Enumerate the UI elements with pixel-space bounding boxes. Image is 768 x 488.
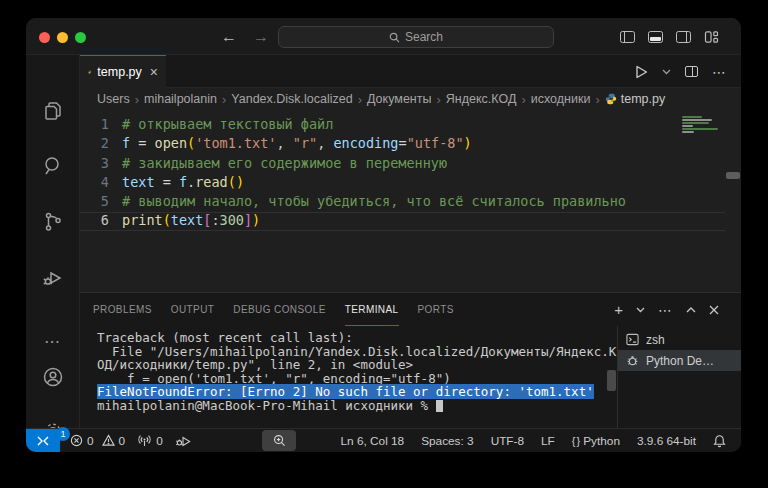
code-token: = [163, 174, 171, 190]
terminal-line[interactable]: f = open('tom1.txt', "r", encoding="utf-… [97, 372, 617, 386]
command-center-search[interactable]: Search [278, 26, 554, 48]
title-bar: ← → Search [26, 18, 741, 55]
minimize-window-button[interactable] [57, 32, 68, 43]
search-sidebar-icon[interactable] [26, 154, 80, 178]
line-number[interactable]: 3 [80, 154, 122, 173]
toggle-secondary-sidebar-icon[interactable] [676, 31, 691, 43]
debug-icon [175, 434, 191, 448]
minimap[interactable] [682, 116, 722, 134]
code-text: # выводим начало, чтобы убедиться, что в… [122, 192, 626, 211]
python-file-icon [605, 93, 617, 105]
code-token: 'tom1.txt' [195, 135, 276, 151]
indentation-indicator[interactable]: Spaces: 3 [421, 434, 473, 448]
tab-close-icon[interactable]: × [150, 64, 158, 80]
panel-tab-ports[interactable]: PORTS [418, 293, 454, 326]
tab-temp-py[interactable]: temp.py × [80, 55, 166, 88]
terminal-output[interactable]: Traceback (most recent call last): File … [80, 326, 617, 428]
toggle-panel-icon[interactable] [648, 31, 663, 43]
source-control-icon[interactable] [26, 210, 80, 234]
breadcrumb-item[interactable]: temp.py [605, 92, 665, 106]
maximize-panel-icon[interactable] [686, 306, 696, 313]
run-debug-icon[interactable] [26, 265, 80, 291]
code-text: f = open('tom1.txt', "r", encoding="utf-… [122, 134, 472, 153]
ports-count: 0 [156, 434, 163, 448]
eol-indicator[interactable]: LF [541, 434, 555, 448]
panel-more-actions-icon[interactable]: ⋯ [658, 302, 673, 318]
code-line[interactable]: 1# открываем текстовый файл [80, 115, 741, 134]
explorer-icon[interactable] [26, 99, 80, 123]
breadcrumb-item[interactable]: Яндекс.КОД [446, 92, 517, 106]
language-indicator[interactable]: { } Python [572, 434, 620, 448]
panel-tab-problems[interactable]: PROBLEMS [93, 293, 152, 326]
code-token: # закидываем его содержимое в переменную [122, 155, 447, 171]
breadcrumb-item[interactable]: Yandex.Disk.localized [231, 92, 352, 106]
account-icon[interactable] [26, 365, 80, 389]
code-line[interactable]: 5# выводим начало, чтобы убедиться, что … [80, 192, 741, 211]
bell-icon[interactable] [713, 434, 726, 448]
customize-layout-icon[interactable] [704, 31, 719, 43]
zoom-indicator[interactable] [262, 430, 296, 451]
close-window-button[interactable] [39, 32, 50, 43]
zoom-window-button[interactable] [75, 32, 86, 43]
line-col-indicator[interactable]: Ln 6, Col 18 [341, 434, 405, 448]
panel-tab-terminal[interactable]: TERMINAL [345, 293, 399, 326]
breadcrumb-label: Yandex.Disk.localized [231, 92, 352, 106]
back-arrow-icon[interactable]: ← [221, 28, 237, 46]
code-token: f [179, 174, 187, 190]
close-panel-icon[interactable] [709, 305, 719, 315]
terminal-scrollbar-thumb[interactable] [607, 370, 616, 391]
breadcrumb-item[interactable]: Документы [367, 92, 431, 106]
remote-indicator[interactable] [26, 429, 60, 452]
terminal-list-item[interactable]: Python De… [618, 350, 741, 371]
debug-status-indicator[interactable] [175, 434, 191, 448]
line-number[interactable]: 6 [80, 211, 122, 230]
terminal-line[interactable]: Traceback (most recent call last): [97, 331, 617, 345]
code-token: read [195, 174, 228, 190]
terminal-list-item[interactable]: zsh [618, 329, 741, 350]
run-file-icon[interactable] [635, 65, 648, 79]
code-editor[interactable]: 1# открываем текстовый файл2f = open('to… [80, 110, 741, 292]
panel-tab-output[interactable]: OUTPUT [171, 293, 215, 326]
minimap-line [682, 128, 718, 130]
run-dropdown-chevron-icon[interactable] [662, 69, 671, 75]
code-text: text = f.read() [122, 173, 244, 192]
more-views-icon[interactable]: ⋯ [26, 332, 80, 351]
line-number[interactable]: 2 [80, 134, 122, 153]
panel-tab-debug-console[interactable]: DEBUG CONSOLE [233, 293, 325, 326]
code-line[interactable]: 2f = open('tom1.txt', "r", encoding="utf… [80, 134, 741, 153]
breadcrumb-item[interactable]: исходники [531, 92, 591, 106]
problems-indicator[interactable]: 0 0 [70, 434, 125, 448]
split-editor-icon[interactable] [685, 66, 698, 77]
toggle-primary-sidebar-icon[interactable] [620, 31, 635, 43]
breadcrumb-item[interactable]: mihailpolanin [144, 92, 217, 106]
new-terminal-icon[interactable]: + [614, 301, 623, 318]
code-token: ) [236, 174, 244, 190]
code-token: "r" [293, 135, 317, 151]
code-token: ] [244, 212, 252, 228]
terminal-prompt-line[interactable]: mihailpolanin@MacBook-Pro-Mihail исходни… [97, 399, 617, 413]
code-line[interactable]: 6print(text[:300]) [80, 211, 741, 230]
code-lines: 1# открываем текстовый файл2f = open('to… [80, 115, 741, 231]
forward-arrow-icon[interactable]: → [253, 28, 269, 46]
chevron-right-icon: › [595, 92, 599, 107]
line-number[interactable]: 1 [80, 115, 122, 134]
line-number[interactable]: 4 [80, 173, 122, 192]
code-line[interactable]: 3# закидываем его содержимое в переменну… [80, 154, 741, 173]
terminal-dropdown-chevron-icon[interactable] [636, 307, 645, 313]
zoom-in-icon [273, 434, 286, 447]
terminal-line[interactable]: FileNotFoundError: [Errno 2] No such fil… [97, 385, 617, 399]
code-token: print [122, 212, 163, 228]
python-file-icon [88, 65, 91, 79]
editor-more-actions-icon[interactable]: ⋯ [712, 64, 727, 80]
line-number[interactable]: 5 [80, 192, 122, 211]
minimap-line [682, 119, 712, 121]
ports-indicator[interactable]: 0 [137, 434, 163, 448]
encoding-indicator[interactable]: UTF-8 [491, 434, 524, 448]
code-token: 300 [220, 212, 244, 228]
breadcrumb-label: Документы [367, 92, 431, 106]
terminal-line[interactable]: ОД/исходники/temp.py", line 2, in <modul… [97, 358, 617, 372]
interpreter-indicator[interactable]: 3.9.6 64-bit [637, 434, 696, 448]
code-line[interactable]: 4text = f.read() [80, 173, 741, 192]
breadcrumb-item[interactable]: Users [97, 92, 130, 106]
terminal-line[interactable]: File "/Users/mihailpolanin/Yandex.Disk.l… [97, 345, 617, 359]
